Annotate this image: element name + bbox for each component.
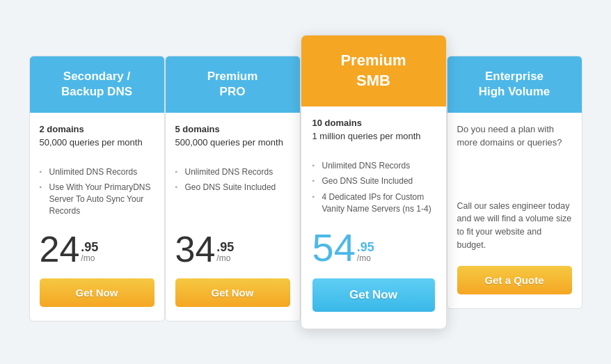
price-mo-premium-pro: /mo: [216, 253, 234, 263]
plan-header-enterprise: Enterprise High Volume: [447, 56, 582, 112]
plan-card-premium-smb: Premium SMB10 domains1 million queries p…: [301, 35, 447, 329]
plan-title-secondary-backup: Secondary / Backup DNS: [40, 69, 154, 100]
price-cents-container-premium-pro: .95/mo: [216, 241, 234, 267]
price-main-premium-smb: 54: [312, 228, 356, 267]
price-cents-premium-pro: .95: [216, 241, 234, 253]
plan-body-premium-smb: 10 domains1 million queries per monthUnl…: [301, 106, 446, 329]
plan-title-premium-smb: Premium SMB: [311, 51, 436, 90]
enterprise-note: Call our sales engineer today and we wil…: [457, 200, 572, 252]
feature-item: Geo DNS Suite Included: [312, 173, 435, 189]
price-main-secondary-backup: 24: [40, 231, 80, 267]
feature-item: Unlimited DNS Records: [175, 164, 290, 180]
feature-item: Unlimited DNS Records: [40, 164, 154, 180]
plan-header-secondary-backup: Secondary / Backup DNS: [30, 56, 164, 112]
cta-button-premium-smb[interactable]: Get Now: [312, 278, 435, 312]
cta-button-premium-pro[interactable]: Get Now: [175, 278, 290, 307]
feature-item: Use With Your PrimaryDNS Server To Auto …: [40, 180, 154, 219]
plan-card-premium-pro: Premium PRO5 domains500,000 queries per …: [165, 56, 301, 321]
price-cents-container-secondary-backup: .95/mo: [81, 241, 98, 267]
price-cents-container-premium-smb: .95/mo: [357, 241, 374, 267]
price-cents-premium-smb: .95: [357, 241, 374, 253]
plan-features-secondary-backup: Unlimited DNS RecordsUse With Your Prima…: [40, 164, 154, 220]
plan-header-premium-smb: Premium SMB: [301, 35, 446, 106]
plan-header-premium-pro: Premium PRO: [166, 56, 300, 112]
plan-card-secondary-backup: Secondary / Backup DNS2 domains50,000 qu…: [29, 56, 165, 321]
feature-item: Unlimited DNS Records: [312, 158, 435, 174]
plan-body-enterprise: Do you need a plan with more domains or …: [447, 113, 582, 308]
plan-price-premium-pro: 34.95/mo: [175, 231, 290, 267]
cta-button-secondary-backup[interactable]: Get Now: [40, 278, 154, 307]
plan-price-premium-smb: 54.95/mo: [312, 228, 435, 267]
price-mo-secondary-backup: /mo: [81, 253, 98, 263]
plan-features-premium-pro: Unlimited DNS RecordsGeo DNS Suite Inclu…: [175, 164, 290, 220]
plan-price-secondary-backup: 24.95/mo: [40, 231, 154, 267]
plan-body-premium-pro: 5 domains500,000 queries per monthUnlimi…: [166, 113, 300, 321]
plan-domains-premium-smb: 10 domains1 million queries per month: [312, 116, 435, 150]
plan-body-secondary-backup: 2 domains50,000 queries per monthUnlimit…: [30, 113, 164, 321]
feature-item: Geo DNS Suite Included: [175, 180, 290, 196]
plan-domains-premium-pro: 5 domains500,000 queries per month: [175, 122, 290, 156]
price-mo-premium-smb: /mo: [357, 253, 374, 263]
cta-button-enterprise[interactable]: Get a Quote: [457, 266, 572, 294]
plan-card-enterprise: Enterprise High VolumeDo you need a plan…: [447, 56, 582, 308]
price-cents-secondary-backup: .95: [81, 241, 98, 253]
plan-title-enterprise: Enterprise High Volume: [457, 69, 572, 100]
price-main-premium-pro: 34: [175, 231, 216, 267]
feature-item: 4 Dedicated IPs for Custom Vanity Name S…: [312, 189, 435, 217]
plan-title-premium-pro: Premium PRO: [175, 69, 290, 100]
plan-domains-secondary-backup: 2 domains50,000 queries per month: [40, 122, 154, 156]
pricing-container: Secondary / Backup DNS2 domains50,000 qu…: [8, 7, 603, 356]
plan-features-premium-smb: Unlimited DNS RecordsGeo DNS Suite Inclu…: [312, 158, 435, 217]
enterprise-question: Do you need a plan with more domains or …: [457, 122, 572, 150]
